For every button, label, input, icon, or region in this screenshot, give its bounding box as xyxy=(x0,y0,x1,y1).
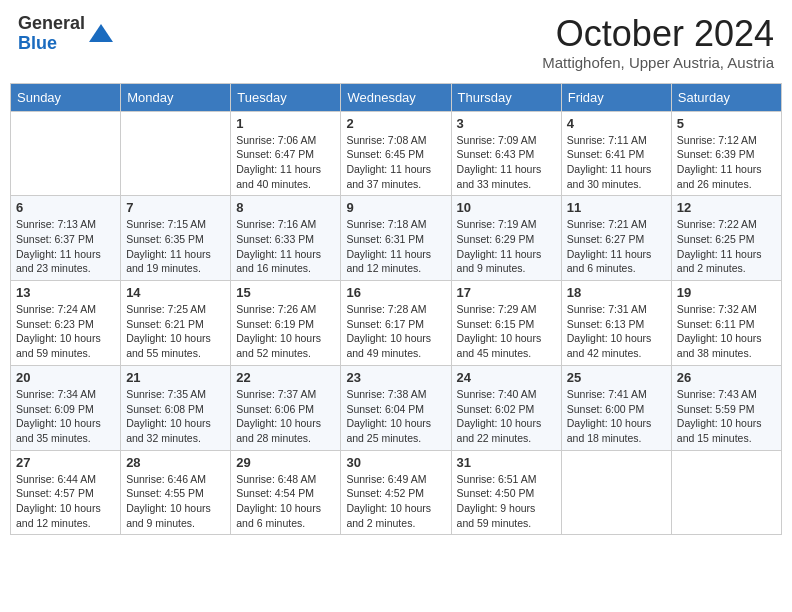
day-info: Sunrise: 7:16 AM Sunset: 6:33 PM Dayligh… xyxy=(236,217,335,276)
svg-marker-0 xyxy=(89,24,113,42)
day-number: 6 xyxy=(16,200,115,215)
day-of-week-header: Thursday xyxy=(451,83,561,111)
day-info: Sunrise: 7:41 AM Sunset: 6:00 PM Dayligh… xyxy=(567,387,666,446)
calendar-cell: 25Sunrise: 7:41 AM Sunset: 6:00 PM Dayli… xyxy=(561,365,671,450)
calendar-cell xyxy=(561,450,671,535)
day-of-week-header: Wednesday xyxy=(341,83,451,111)
day-number: 10 xyxy=(457,200,556,215)
page-header: General Blue October 2024 Mattighofen, U… xyxy=(10,10,782,75)
day-number: 1 xyxy=(236,116,335,131)
calendar-cell: 27Sunrise: 6:44 AM Sunset: 4:57 PM Dayli… xyxy=(11,450,121,535)
day-info: Sunrise: 7:43 AM Sunset: 5:59 PM Dayligh… xyxy=(677,387,776,446)
day-number: 18 xyxy=(567,285,666,300)
day-number: 22 xyxy=(236,370,335,385)
calendar-cell: 28Sunrise: 6:46 AM Sunset: 4:55 PM Dayli… xyxy=(121,450,231,535)
calendar-cell: 7Sunrise: 7:15 AM Sunset: 6:35 PM Daylig… xyxy=(121,196,231,281)
day-info: Sunrise: 7:22 AM Sunset: 6:25 PM Dayligh… xyxy=(677,217,776,276)
calendar-cell: 15Sunrise: 7:26 AM Sunset: 6:19 PM Dayli… xyxy=(231,281,341,366)
day-info: Sunrise: 7:34 AM Sunset: 6:09 PM Dayligh… xyxy=(16,387,115,446)
calendar-cell xyxy=(11,111,121,196)
day-number: 26 xyxy=(677,370,776,385)
day-number: 11 xyxy=(567,200,666,215)
day-number: 2 xyxy=(346,116,445,131)
day-number: 25 xyxy=(567,370,666,385)
calendar-cell xyxy=(121,111,231,196)
day-info: Sunrise: 7:08 AM Sunset: 6:45 PM Dayligh… xyxy=(346,133,445,192)
calendar-header-row: SundayMondayTuesdayWednesdayThursdayFrid… xyxy=(11,83,782,111)
day-info: Sunrise: 7:18 AM Sunset: 6:31 PM Dayligh… xyxy=(346,217,445,276)
day-number: 13 xyxy=(16,285,115,300)
day-info: Sunrise: 6:48 AM Sunset: 4:54 PM Dayligh… xyxy=(236,472,335,531)
calendar-cell: 11Sunrise: 7:21 AM Sunset: 6:27 PM Dayli… xyxy=(561,196,671,281)
day-info: Sunrise: 7:06 AM Sunset: 6:47 PM Dayligh… xyxy=(236,133,335,192)
calendar-week-row: 6Sunrise: 7:13 AM Sunset: 6:37 PM Daylig… xyxy=(11,196,782,281)
day-info: Sunrise: 7:35 AM Sunset: 6:08 PM Dayligh… xyxy=(126,387,225,446)
day-info: Sunrise: 7:12 AM Sunset: 6:39 PM Dayligh… xyxy=(677,133,776,192)
calendar-cell: 31Sunrise: 6:51 AM Sunset: 4:50 PM Dayli… xyxy=(451,450,561,535)
day-number: 7 xyxy=(126,200,225,215)
calendar-cell: 24Sunrise: 7:40 AM Sunset: 6:02 PM Dayli… xyxy=(451,365,561,450)
calendar-cell: 9Sunrise: 7:18 AM Sunset: 6:31 PM Daylig… xyxy=(341,196,451,281)
day-number: 8 xyxy=(236,200,335,215)
day-info: Sunrise: 7:13 AM Sunset: 6:37 PM Dayligh… xyxy=(16,217,115,276)
day-info: Sunrise: 7:25 AM Sunset: 6:21 PM Dayligh… xyxy=(126,302,225,361)
day-number: 29 xyxy=(236,455,335,470)
day-number: 19 xyxy=(677,285,776,300)
day-number: 14 xyxy=(126,285,225,300)
day-number: 27 xyxy=(16,455,115,470)
calendar-cell: 13Sunrise: 7:24 AM Sunset: 6:23 PM Dayli… xyxy=(11,281,121,366)
calendar-cell: 12Sunrise: 7:22 AM Sunset: 6:25 PM Dayli… xyxy=(671,196,781,281)
day-number: 24 xyxy=(457,370,556,385)
day-info: Sunrise: 6:51 AM Sunset: 4:50 PM Dayligh… xyxy=(457,472,556,531)
day-number: 16 xyxy=(346,285,445,300)
calendar-cell xyxy=(671,450,781,535)
day-number: 21 xyxy=(126,370,225,385)
day-info: Sunrise: 7:38 AM Sunset: 6:04 PM Dayligh… xyxy=(346,387,445,446)
calendar-week-row: 13Sunrise: 7:24 AM Sunset: 6:23 PM Dayli… xyxy=(11,281,782,366)
calendar-cell: 14Sunrise: 7:25 AM Sunset: 6:21 PM Dayli… xyxy=(121,281,231,366)
day-number: 9 xyxy=(346,200,445,215)
calendar-cell: 5Sunrise: 7:12 AM Sunset: 6:39 PM Daylig… xyxy=(671,111,781,196)
calendar-cell: 6Sunrise: 7:13 AM Sunset: 6:37 PM Daylig… xyxy=(11,196,121,281)
day-of-week-header: Tuesday xyxy=(231,83,341,111)
day-number: 20 xyxy=(16,370,115,385)
calendar-cell: 22Sunrise: 7:37 AM Sunset: 6:06 PM Dayli… xyxy=(231,365,341,450)
day-number: 15 xyxy=(236,285,335,300)
day-info: Sunrise: 6:46 AM Sunset: 4:55 PM Dayligh… xyxy=(126,472,225,531)
location-subtitle: Mattighofen, Upper Austria, Austria xyxy=(542,54,774,71)
day-info: Sunrise: 7:11 AM Sunset: 6:41 PM Dayligh… xyxy=(567,133,666,192)
calendar-cell: 23Sunrise: 7:38 AM Sunset: 6:04 PM Dayli… xyxy=(341,365,451,450)
day-info: Sunrise: 7:19 AM Sunset: 6:29 PM Dayligh… xyxy=(457,217,556,276)
calendar-cell: 10Sunrise: 7:19 AM Sunset: 6:29 PM Dayli… xyxy=(451,196,561,281)
title-block: October 2024 Mattighofen, Upper Austria,… xyxy=(542,14,774,71)
day-info: Sunrise: 6:44 AM Sunset: 4:57 PM Dayligh… xyxy=(16,472,115,531)
calendar-week-row: 20Sunrise: 7:34 AM Sunset: 6:09 PM Dayli… xyxy=(11,365,782,450)
calendar-cell: 17Sunrise: 7:29 AM Sunset: 6:15 PM Dayli… xyxy=(451,281,561,366)
logo: General Blue xyxy=(18,14,115,54)
calendar-cell: 1Sunrise: 7:06 AM Sunset: 6:47 PM Daylig… xyxy=(231,111,341,196)
calendar-cell: 20Sunrise: 7:34 AM Sunset: 6:09 PM Dayli… xyxy=(11,365,121,450)
calendar-cell: 30Sunrise: 6:49 AM Sunset: 4:52 PM Dayli… xyxy=(341,450,451,535)
day-info: Sunrise: 7:37 AM Sunset: 6:06 PM Dayligh… xyxy=(236,387,335,446)
logo-general-text: General xyxy=(18,13,85,33)
day-number: 12 xyxy=(677,200,776,215)
day-info: Sunrise: 7:09 AM Sunset: 6:43 PM Dayligh… xyxy=(457,133,556,192)
calendar-cell: 3Sunrise: 7:09 AM Sunset: 6:43 PM Daylig… xyxy=(451,111,561,196)
calendar-week-row: 27Sunrise: 6:44 AM Sunset: 4:57 PM Dayli… xyxy=(11,450,782,535)
month-title: October 2024 xyxy=(542,14,774,54)
day-number: 5 xyxy=(677,116,776,131)
calendar-cell: 21Sunrise: 7:35 AM Sunset: 6:08 PM Dayli… xyxy=(121,365,231,450)
day-info: Sunrise: 6:49 AM Sunset: 4:52 PM Dayligh… xyxy=(346,472,445,531)
day-info: Sunrise: 7:40 AM Sunset: 6:02 PM Dayligh… xyxy=(457,387,556,446)
calendar-table: SundayMondayTuesdayWednesdayThursdayFrid… xyxy=(10,83,782,536)
day-number: 23 xyxy=(346,370,445,385)
logo-blue-text: Blue xyxy=(18,33,57,53)
day-info: Sunrise: 7:28 AM Sunset: 6:17 PM Dayligh… xyxy=(346,302,445,361)
day-number: 4 xyxy=(567,116,666,131)
calendar-week-row: 1Sunrise: 7:06 AM Sunset: 6:47 PM Daylig… xyxy=(11,111,782,196)
day-info: Sunrise: 7:21 AM Sunset: 6:27 PM Dayligh… xyxy=(567,217,666,276)
day-of-week-header: Friday xyxy=(561,83,671,111)
day-info: Sunrise: 7:26 AM Sunset: 6:19 PM Dayligh… xyxy=(236,302,335,361)
day-number: 31 xyxy=(457,455,556,470)
day-info: Sunrise: 7:32 AM Sunset: 6:11 PM Dayligh… xyxy=(677,302,776,361)
